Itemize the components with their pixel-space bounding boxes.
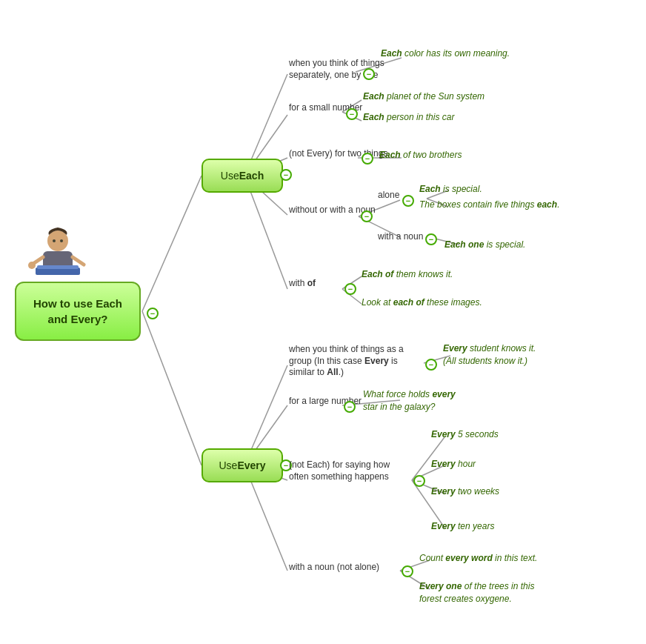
every-b3-ex2: Every hour bbox=[431, 458, 565, 471]
use-every-node: Use Every bbox=[202, 448, 283, 482]
use-each-node: Use Each bbox=[202, 159, 283, 193]
every-b4-minus[interactable]: − bbox=[402, 565, 413, 577]
svg-line-0 bbox=[142, 176, 202, 311]
every-b3-ex3: Every two weeks bbox=[431, 485, 565, 498]
each-b4-minus[interactable]: − bbox=[361, 210, 373, 222]
each-b3-minus[interactable]: − bbox=[362, 153, 373, 165]
each-b5-example1: Each of them knows it. bbox=[362, 268, 510, 281]
svg-point-34 bbox=[28, 262, 36, 269]
each-b5-example2: Look at each of these images. bbox=[362, 296, 510, 309]
each-b4-alone-ex1: Each is special. bbox=[419, 183, 564, 196]
every-branch-4-label: with a noun (not alone) bbox=[289, 562, 419, 574]
svg-line-1 bbox=[142, 311, 202, 465]
every-b4-ex1: Count every word in this text. bbox=[419, 552, 590, 565]
every-b3-ex4: Every ten years bbox=[431, 520, 565, 533]
each-b4-alone-minus[interactable]: − bbox=[402, 195, 414, 207]
every-b1-example: Every student knows it.(All students kno… bbox=[443, 342, 599, 368]
svg-point-30 bbox=[47, 230, 68, 251]
use-each-minus[interactable]: − bbox=[280, 169, 292, 181]
svg-point-37 bbox=[53, 239, 56, 242]
each-b2-minus[interactable]: − bbox=[346, 108, 358, 120]
main-minus[interactable]: − bbox=[147, 308, 159, 319]
each-branch-5-label: with of bbox=[289, 278, 341, 290]
every-b2-minus[interactable]: − bbox=[344, 401, 356, 413]
person-image bbox=[21, 219, 95, 278]
each-b4-noun-ex: Each one is special. bbox=[444, 239, 593, 251]
every-b4-ex2: Every one of the trees in thisforest cre… bbox=[419, 580, 590, 605]
every-b2-example: What force holds everystar in the galaxy… bbox=[363, 388, 519, 414]
each-b2-example2: Each person in this car bbox=[363, 111, 511, 124]
each-b4-alone-ex2: The boxes contain five things each. bbox=[419, 199, 590, 211]
every-b3-minus[interactable]: − bbox=[413, 475, 425, 487]
each-b5-minus[interactable]: − bbox=[344, 283, 356, 295]
svg-rect-36 bbox=[37, 265, 79, 269]
main-node: How to use Each and Every? bbox=[15, 282, 141, 341]
svg-point-38 bbox=[60, 239, 63, 242]
each-branch-4-label: without or with a noun bbox=[289, 205, 393, 216]
every-branch-1-label: when you think of things as agroup (In t… bbox=[289, 344, 426, 379]
each-b1-minus[interactable]: − bbox=[363, 68, 375, 80]
each-b4-noun-minus[interactable]: − bbox=[425, 233, 437, 245]
every-b3-ex1: Every 5 seconds bbox=[431, 428, 565, 441]
each-b3-example: Each of two brothers bbox=[379, 149, 513, 162]
every-b1-minus[interactable]: − bbox=[425, 359, 437, 371]
each-b2-example1: Each planet of the Sun system bbox=[363, 90, 511, 103]
every-branch-3-label: (not Each) for saying howoften something… bbox=[289, 459, 419, 482]
svg-line-33 bbox=[73, 257, 84, 265]
each-b1-example: Each color has its own meaning. bbox=[381, 47, 529, 60]
each-branch-1-label: when you think of thingsseparately, one … bbox=[289, 58, 426, 81]
